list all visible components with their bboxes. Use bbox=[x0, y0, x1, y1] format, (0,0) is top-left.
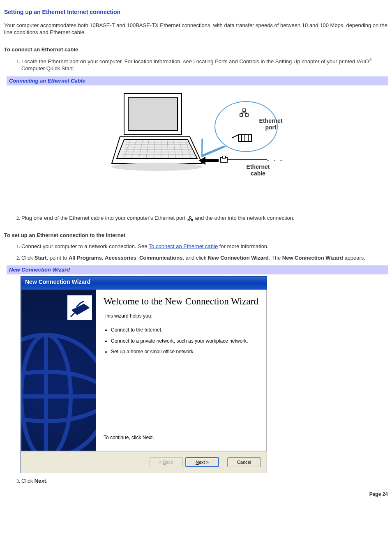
ethernet-cable-label: Ethernet cable bbox=[242, 164, 274, 177]
step-open-wizard: Click Start, point to All Programs, Acce… bbox=[21, 254, 388, 262]
arrow-left-icon bbox=[199, 157, 219, 165]
wizard-welcome-heading: Welcome to the New Connection Wizard bbox=[104, 296, 259, 307]
step-locate-port: Locate the Ethernet port on your compute… bbox=[21, 58, 388, 72]
back-button: < Back bbox=[149, 457, 183, 467]
wizard-titlebar: New Connection Wizard bbox=[21, 276, 267, 290]
svg-rect-23 bbox=[243, 109, 245, 111]
next-button[interactable]: Next > bbox=[185, 457, 219, 467]
wizard-window: New Connection Wizard bbox=[21, 276, 267, 473]
svg-rect-33 bbox=[222, 156, 226, 158]
link-connect-ethernet-cable[interactable]: To connect an Ethernet cable bbox=[149, 243, 218, 249]
page-number: Page 24 bbox=[4, 491, 388, 497]
section-heading-setup-connection: To set up an Ethernet connection to the … bbox=[4, 232, 388, 239]
figure-caption-ethernet-cable: Connecting an Ethernet Cable bbox=[4, 76, 388, 85]
svg-marker-3 bbox=[117, 140, 197, 159]
step-click-next: Click Next. bbox=[21, 477, 388, 485]
wizard-bullet-item: Connect to a private network, such as yo… bbox=[111, 338, 259, 344]
svg-rect-22 bbox=[246, 114, 248, 116]
svg-marker-1 bbox=[128, 98, 178, 131]
ethernet-port-icon bbox=[238, 108, 250, 119]
modem-icon bbox=[67, 295, 92, 320]
svg-rect-21 bbox=[240, 114, 242, 116]
arrow-icon bbox=[230, 133, 255, 143]
ethernet-plug-icon bbox=[220, 156, 231, 164]
step-connect-network: Connect your computer to a network conne… bbox=[21, 243, 388, 250]
svg-rect-37 bbox=[191, 219, 192, 221]
cancel-button[interactable]: Cancel bbox=[227, 457, 261, 467]
ellipsis-icon: - - - bbox=[267, 157, 284, 164]
svg-point-20 bbox=[112, 163, 202, 171]
wizard-button-bar: < BackNext >Cancel bbox=[21, 451, 267, 473]
svg-line-49 bbox=[71, 313, 75, 317]
ethernet-port-label: Ethernet port bbox=[256, 117, 285, 131]
laptop-icon bbox=[108, 90, 206, 180]
ethernet-port-inline-icon bbox=[187, 216, 194, 221]
wizard-helps-text: This wizard helps you: bbox=[104, 313, 259, 319]
svg-rect-36 bbox=[188, 219, 189, 221]
section-heading-connect-cable: To connect an Ethernet cable bbox=[4, 46, 388, 53]
svg-point-43 bbox=[21, 335, 96, 451]
figure-caption-wizard: New Connection Wizard bbox=[4, 265, 388, 274]
svg-rect-38 bbox=[189, 216, 191, 218]
wizard-bullet-list: Connect to the Internet. Connect to a pr… bbox=[104, 324, 259, 359]
ethernet-diagram: Ethernet port - - - Ethernet cable bbox=[4, 90, 388, 198]
intro-paragraph: Your computer accommodates both 10BASE-T… bbox=[4, 22, 388, 36]
wizard-side-graphic bbox=[21, 290, 96, 451]
page-title: Setting up an Ethernet Internet connecti… bbox=[4, 8, 388, 16]
cable-line bbox=[230, 159, 267, 161]
wizard-bullet-item: Connect to the Internet. bbox=[111, 327, 259, 333]
svg-marker-31 bbox=[199, 157, 219, 165]
step-plug-cable: Plug one end of the Ethernet cable into … bbox=[21, 214, 388, 222]
wizard-bullet-item: Set up a home or small office network. bbox=[111, 348, 259, 355]
wizard-continue-text: To continue, click Next. bbox=[104, 430, 259, 447]
